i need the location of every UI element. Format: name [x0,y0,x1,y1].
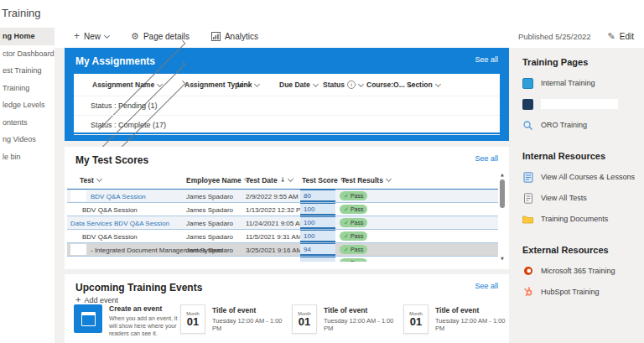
sidebar-item-training[interactable]: Training [0,80,55,97]
new-button[interactable]: + New [74,31,109,41]
link-microsoft-365-training[interactable]: Microsoft 365 Training [522,265,644,277]
table-row[interactable]: - Integrated Document Management SystemJ… [67,243,506,257]
scrollbar-thumb[interactable] [500,179,505,208]
events-see-all-link[interactable]: See all [475,282,498,290]
pass-label: Pass [351,206,364,212]
chevron-down-icon [254,81,260,86]
right-sidebar: Training PagesInternal TrainingORO Train… [522,57,644,318]
test-date-cell: 11/24/2021 9:05 AM [246,219,305,226]
link-view-all-courses-lessons[interactable]: View All Courses & Lessons [522,171,644,183]
add-event-button[interactable]: + Add event [75,295,118,304]
page: + New ⚙ Page details Analytics Published… [0,0,644,343]
scroll-up-icon[interactable]: ▲ [501,171,504,178]
link-label: Internal Training [541,79,595,87]
test-scores-see-all-link[interactable]: See all [475,154,498,163]
event-day: 01 [410,316,422,327]
section-external-resources: External ResourcesMicrosoft 365 Training… [522,245,644,298]
scroll-down-icon[interactable]: ▼ [501,255,504,262]
sidebar-item-ng-videos[interactable]: ng Videos [0,131,55,148]
published-status: Published 5/25/2022 [518,32,591,41]
link-oro-training[interactable]: ORO Training [522,119,644,131]
column-header-course-o[interactable]: Course:O... [366,74,413,96]
link-redacted[interactable] [522,98,644,110]
test-score-cell: 80 [300,190,335,202]
sidebar-item-ontents[interactable]: ontents [0,114,55,132]
assignments-see-all-link[interactable]: See all [475,55,498,64]
pencil-icon: ✎ [608,32,615,41]
column-label: Assignment Type [184,81,243,89]
left-sidebar: Training ng Homector Dashboardest Traini… [0,0,55,343]
vertical-scrollbar[interactable]: ▲ ▼ [498,171,506,262]
column-header-status[interactable]: Statusi [323,74,363,96]
sidebar-item-ledge-levels[interactable]: ledge Levels [0,96,55,114]
column-header-test-results[interactable]: Test Results [341,171,391,189]
table-row[interactable]: ✓Pass [67,257,506,262]
test-score-cell: 100 [300,203,335,216]
site-title[interactable]: Training [2,7,40,19]
event-card[interactable]: Month01Title of eventTuesday 12:00 AM - … [292,304,403,337]
table-row[interactable]: BDV Q&A SessionJames Spadaro2/9/2022 9:5… [67,190,506,203]
event-day: 01 [187,316,199,327]
chevron-down-icon [313,81,319,86]
test-scores-header-row: TestEmployee NameTest Date↓Test ScoreTes… [67,171,506,190]
event-date-box: Month01 [403,304,428,334]
new-button-label: New [84,32,101,41]
event-date-box: Month01 [180,304,205,334]
page-thumbnail-blue-icon [522,78,533,89]
column-header-due-date[interactable]: Due Date [279,74,318,96]
employee-name-cell: James Spadaro [186,246,233,253]
link-label: Microsoft 365 Training [541,267,615,275]
edit-button[interactable]: ✎ Edit [608,32,634,41]
link-internal-training[interactable]: Internal Training [522,77,644,89]
assignment-group-row[interactable]: Status : Pending (1) [74,96,500,116]
create-event-card[interactable]: Create an event When you add an event, i… [74,304,180,337]
employee-name-cell: James Spadaro [186,232,233,240]
test-date-cell: 2/9/2022 9:55 AM [246,192,299,200]
sidebar-item-est-training[interactable]: est Training [0,62,55,80]
chevron-down-icon [288,176,293,182]
command-bar: + New ⚙ Page details Analytics Published… [55,25,644,47]
column-label: Status [323,81,345,89]
column-header-section[interactable]: Section [407,74,440,96]
sidebar-nav: ng Homector Dashboardest TrainingTrainin… [0,28,55,165]
group-label: Status : Pending (1) [91,101,158,110]
event-card[interactable]: Month01Title of eventTuesday 12:00 AM - … [180,304,292,337]
check-icon: ✓ [344,193,349,200]
column-header-test-score[interactable]: Test Score [302,171,345,189]
link-training-documents[interactable]: Training Documents [522,213,644,225]
link-hubspot-training[interactable]: HubSpot Training [522,286,644,298]
analytics-button[interactable]: Analytics [211,32,258,41]
gear-icon: ⚙ [131,32,139,41]
column-header-test-date[interactable]: Test Date↓ [246,171,293,189]
test-score-cell: 100 [300,216,335,229]
event-card[interactable]: Month01Title of eventTuesday 12:00 AM - … [403,304,515,337]
column-header-link[interactable]: Link [237,74,259,96]
chevron-down-icon [358,81,364,86]
check-icon: ✓ [344,220,349,226]
sidebar-item-ng-home[interactable]: ng Home [0,28,55,45]
sidebar-item-le-bin[interactable]: le bin [0,148,55,166]
page-details-label: Page details [143,32,190,41]
check-icon: ✓ [344,247,349,253]
create-event-title: Create an event [109,304,183,313]
table-row[interactable]: BDV Q&A SessionJames Spadaro11/5/2021 9:… [67,230,506,243]
group-label: Status : Complete (17) [91,121,166,129]
page-details-button[interactable]: ⚙ Page details [131,32,190,41]
sidebar-item-ctor-dashboard[interactable]: ctor Dashboard [0,45,55,63]
test-scores-table: TestEmployee NameTest Date↓Test ScoreTes… [67,171,506,262]
link-label: View All Courses & Lessons [541,173,635,181]
table-row[interactable]: Data Services BDV Q&A SessionJames Spada… [67,216,506,230]
test-name-cell: BDV Q&A Session [91,192,146,200]
plus-icon: + [74,31,80,41]
event-cards-row: Create an event When you add an event, i… [74,304,515,337]
test-score-cell [300,257,335,262]
my-test-scores-section: My Test Scores See all TestEmployee Name… [65,147,509,269]
column-header-employee-name[interactable]: Employee Name [186,171,249,189]
column-header-test[interactable]: Test [80,171,101,189]
assignment-group-row[interactable]: Status : Complete (17) [74,116,500,135]
section-title: External Resources [522,245,644,255]
link-view-all-tests[interactable]: View All Tests [522,192,644,204]
analytics-icon [211,32,221,41]
table-row[interactable]: BDV Q&A SessionJames Spadaro1/13/2022 12… [67,203,506,216]
scrollbar-track[interactable] [500,178,505,255]
